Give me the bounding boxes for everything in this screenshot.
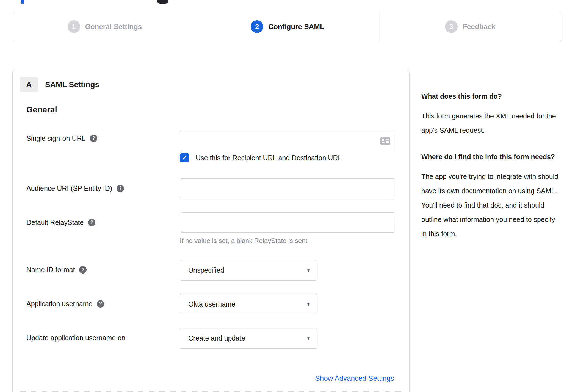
step-label: Feedback [463, 23, 496, 31]
help-body-where: The app you're trying to integrate with … [421, 169, 560, 241]
default-relaystate-label-row: Default RelayState ? [26, 218, 95, 227]
help-sidebar: What does this form do? This form genera… [421, 91, 560, 255]
help-heading-what: What does this form do? [421, 91, 560, 102]
cropped-top-artifact-blue [21, 0, 24, 4]
group-title-general: General [26, 105, 57, 114]
default-relaystate-input[interactable] [185, 213, 390, 232]
step-number-badge: 1 [68, 20, 80, 33]
sso-url-label-row: Single sign-on URL ? [26, 134, 97, 143]
sso-url-input-wrap [180, 131, 395, 151]
chevron-down-icon: ▾ [307, 335, 310, 341]
section-a-badge: A [20, 77, 38, 92]
contact-card-icon[interactable] [380, 137, 390, 145]
name-id-format-label-row: Name ID format ? [26, 265, 87, 274]
show-advanced-settings-link[interactable]: Show Advanced Settings [315, 374, 394, 383]
name-id-format-value: Unspecified [188, 266, 224, 274]
audience-uri-input-wrap [180, 178, 395, 198]
update-app-username-label: Update application username on [26, 334, 125, 342]
default-relaystate-label: Default RelayState [26, 219, 84, 227]
step-number-badge: 3 [445, 20, 458, 33]
name-id-format-select[interactable]: Unspecified ▾ [180, 260, 317, 281]
help-icon[interactable]: ? [97, 300, 104, 308]
step-number-badge: 2 [251, 20, 263, 33]
step-configure-saml[interactable]: 2 Configure SAML [196, 12, 379, 42]
name-id-format-label: Name ID format [26, 266, 75, 274]
saml-settings-panel: A SAML Settings General Single sign-on U… [12, 70, 410, 392]
help-icon[interactable]: ? [79, 266, 87, 274]
relaystate-helper-text: If no value is set, a blank RelayState i… [180, 237, 307, 245]
step-label: General Settings [85, 23, 142, 31]
wizard-stepper: 1 General Settings 2 Configure SAML 3 Fe… [13, 12, 562, 42]
step-general-settings[interactable]: 1 General Settings [13, 12, 196, 42]
application-username-label-row: Application username ? [26, 299, 104, 308]
chevron-down-icon: ▾ [307, 267, 310, 274]
help-icon[interactable]: ? [88, 219, 95, 226]
help-body-what: This form generates the XML needed for t… [421, 109, 560, 137]
audience-uri-label-row: Audience URI (SP Entity ID) ? [26, 184, 124, 193]
audience-uri-label: Audience URI (SP Entity ID) [26, 184, 112, 192]
audience-uri-input[interactable] [185, 179, 390, 198]
sso-url-label: Single sign-on URL [26, 134, 85, 142]
application-username-select[interactable]: Okta username ▾ [180, 294, 317, 314]
recipient-url-checkbox-label: Use this for Recipient URL and Destinati… [196, 154, 342, 162]
section-title: SAML Settings [45, 77, 99, 92]
sso-url-input[interactable] [185, 131, 380, 151]
cropped-top-artifact-dark [157, 0, 168, 4]
update-app-username-select[interactable]: Create and update ▾ [180, 328, 317, 349]
dashed-section-divider [20, 391, 402, 392]
chevron-down-icon: ▾ [307, 301, 310, 307]
step-feedback[interactable]: 3 Feedback [379, 12, 562, 42]
help-heading-where: Where do I find the info this form needs… [421, 151, 560, 162]
default-relaystate-input-wrap [180, 212, 395, 233]
step-label: Configure SAML [268, 23, 324, 31]
update-app-username-value: Create and update [188, 334, 245, 342]
application-username-value: Okta username [188, 300, 235, 308]
help-icon[interactable]: ? [117, 185, 124, 192]
recipient-url-checkbox-row: ✓ Use this for Recipient URL and Destina… [180, 153, 342, 162]
help-icon[interactable]: ? [90, 135, 97, 142]
recipient-url-checkbox[interactable]: ✓ [180, 153, 189, 162]
application-username-label: Application username [26, 300, 92, 308]
update-app-username-label-row: Update application username on [26, 333, 125, 343]
